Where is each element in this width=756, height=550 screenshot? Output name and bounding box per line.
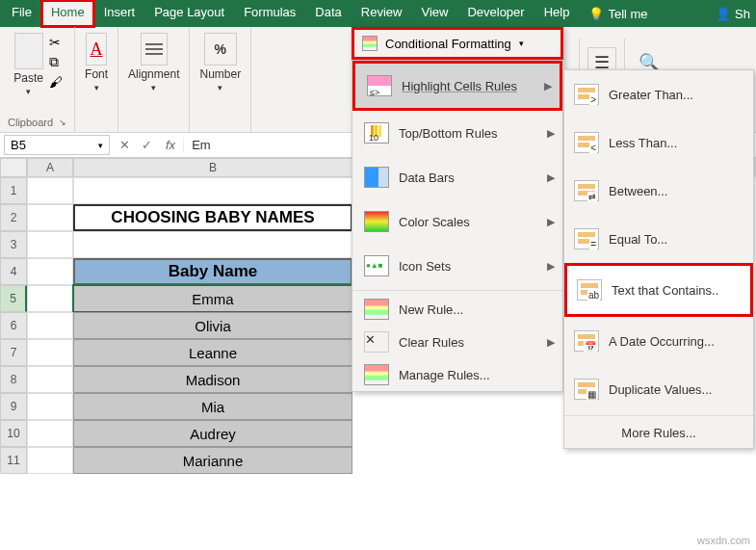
- menu-a-date-occurring[interactable]: A Date Occurring...: [564, 317, 753, 365]
- cell[interactable]: Madison: [73, 366, 352, 393]
- manage-rules-icon: [364, 364, 389, 385]
- menu-less-than[interactable]: Less Than...: [564, 118, 753, 167]
- menu-data-bars[interactable]: Data Bars▶: [352, 155, 562, 199]
- row-header[interactable]: 8: [0, 366, 27, 393]
- tab-insert[interactable]: Insert: [94, 0, 145, 27]
- format-painter-icon[interactable]: 🖌: [49, 74, 63, 90]
- cell-title[interactable]: CHOOSING BABY NAMES: [73, 204, 352, 231]
- paste-button[interactable]: Paste ▾: [12, 31, 45, 98]
- paste-icon: [14, 33, 43, 69]
- menu-icon-sets[interactable]: Icon Sets▶: [352, 244, 562, 288]
- row-header[interactable]: 3: [0, 231, 27, 258]
- tab-file[interactable]: File: [2, 0, 41, 27]
- tab-data[interactable]: Data: [305, 0, 351, 27]
- new-rule-icon: [364, 299, 389, 320]
- conditional-formatting-icon: [362, 36, 378, 51]
- row-header[interactable]: 6: [0, 312, 27, 339]
- top-bottom-icon: [364, 122, 389, 144]
- cell[interactable]: [27, 204, 73, 231]
- cell-header[interactable]: Baby Name: [73, 258, 352, 285]
- color-scales-icon: [364, 211, 389, 232]
- group-font: A Font ▾: [75, 27, 118, 132]
- cell[interactable]: Leanne: [73, 339, 352, 366]
- alignment-icon: [141, 33, 168, 65]
- tab-tell-me[interactable]: 💡Tell me: [579, 0, 657, 27]
- menu-manage-rules[interactable]: Manage Rules...: [352, 358, 562, 391]
- percent-icon: %: [204, 33, 237, 65]
- tab-home[interactable]: Home: [41, 0, 94, 27]
- menu-top-bottom-rules[interactable]: Top/Bottom Rules▶: [352, 111, 562, 155]
- less-than-icon: [574, 132, 599, 153]
- chevron-down-icon: ▾: [26, 87, 31, 96]
- menu-color-scales[interactable]: Color Scales▶: [352, 199, 562, 244]
- cell[interactable]: [27, 285, 73, 312]
- cell[interactable]: Olivia: [73, 312, 352, 339]
- conditional-formatting-menu: Conditional Formatting ▾ Highlight Cells…: [352, 27, 563, 392]
- col-header-a[interactable]: A: [27, 158, 73, 177]
- menu-highlight-cells-rules[interactable]: Highlight Cells Rules ▶: [352, 61, 562, 111]
- row-header[interactable]: 10: [0, 420, 27, 447]
- cell[interactable]: Mia: [73, 393, 352, 420]
- group-clipboard: Paste ▾ ✂ ⧉ 🖌 Clipboard↘: [0, 27, 75, 132]
- menu-text-that-contains[interactable]: Text that Contains..: [564, 263, 753, 317]
- tab-view[interactable]: View: [411, 0, 457, 27]
- clear-rules-icon: ✕: [364, 331, 389, 353]
- row-header[interactable]: 7: [0, 339, 27, 366]
- cell[interactable]: Audrey: [73, 420, 352, 447]
- cell[interactable]: [27, 231, 73, 258]
- cell[interactable]: [27, 393, 73, 420]
- menu-clear-rules[interactable]: ✕Clear Rules▶: [352, 326, 562, 358]
- menu-between[interactable]: Between...: [564, 167, 753, 215]
- watermark: wsxdn.com: [697, 535, 750, 546]
- tab-developer[interactable]: Developer: [457, 0, 534, 27]
- row-header[interactable]: 11: [0, 447, 27, 474]
- cell[interactable]: Marianne: [73, 447, 352, 474]
- name-box[interactable]: B5▾: [4, 135, 110, 155]
- menu-more-rules[interactable]: More Rules...: [564, 418, 753, 448]
- number-button[interactable]: % Number ▾: [197, 31, 243, 94]
- enter-icon[interactable]: ✓: [136, 138, 158, 152]
- cell[interactable]: [27, 177, 73, 204]
- tab-page-layout[interactable]: Page Layout: [144, 0, 234, 27]
- chevron-down-icon: ▾: [519, 39, 524, 48]
- row-header[interactable]: 4: [0, 258, 27, 285]
- cell[interactable]: [27, 447, 73, 474]
- lightbulb-icon: 💡: [588, 7, 604, 21]
- highlight-cells-icon: [367, 75, 392, 96]
- col-header-b[interactable]: B: [73, 158, 352, 177]
- dialog-launcher-icon[interactable]: ↘: [59, 118, 66, 127]
- font-button[interactable]: A Font ▾: [83, 31, 110, 94]
- menu-duplicate-values[interactable]: Duplicate Values...: [564, 365, 753, 413]
- cell[interactable]: [73, 177, 352, 204]
- cut-icon[interactable]: ✂: [49, 35, 63, 50]
- share-button[interactable]: 👤Sh: [710, 0, 756, 27]
- cell-selected[interactable]: Emma: [73, 285, 352, 312]
- cell[interactable]: [27, 258, 73, 285]
- text-contains-icon: [577, 279, 602, 301]
- submenu-arrow-icon: ▶: [544, 80, 552, 92]
- select-all-corner[interactable]: [0, 158, 27, 177]
- cell[interactable]: [73, 231, 352, 258]
- tab-help[interactable]: Help: [534, 0, 580, 27]
- cell[interactable]: [27, 312, 73, 339]
- alignment-button[interactable]: Alignment ▾: [126, 31, 181, 94]
- conditional-formatting-button[interactable]: Conditional Formatting ▾: [352, 27, 563, 60]
- row-header[interactable]: 2: [0, 204, 27, 231]
- cell[interactable]: [27, 366, 73, 393]
- font-icon: A: [86, 33, 107, 65]
- cell[interactable]: [27, 339, 73, 366]
- menu-greater-than[interactable]: Greater Than...: [564, 70, 753, 118]
- equal-to-icon: [574, 228, 599, 249]
- menu-new-rule[interactable]: New Rule...: [352, 293, 562, 326]
- copy-icon[interactable]: ⧉: [49, 54, 63, 70]
- row-header[interactable]: 5: [0, 285, 27, 312]
- row-header[interactable]: 9: [0, 393, 27, 420]
- cell[interactable]: [27, 420, 73, 447]
- greater-than-icon: [574, 84, 599, 105]
- fx-icon[interactable]: fx: [158, 138, 183, 152]
- cancel-icon[interactable]: ✕: [114, 138, 136, 152]
- tab-review[interactable]: Review: [352, 0, 412, 27]
- menu-equal-to[interactable]: Equal To...: [564, 215, 753, 263]
- tab-formulas[interactable]: Formulas: [234, 0, 305, 27]
- row-header[interactable]: 1: [0, 177, 27, 204]
